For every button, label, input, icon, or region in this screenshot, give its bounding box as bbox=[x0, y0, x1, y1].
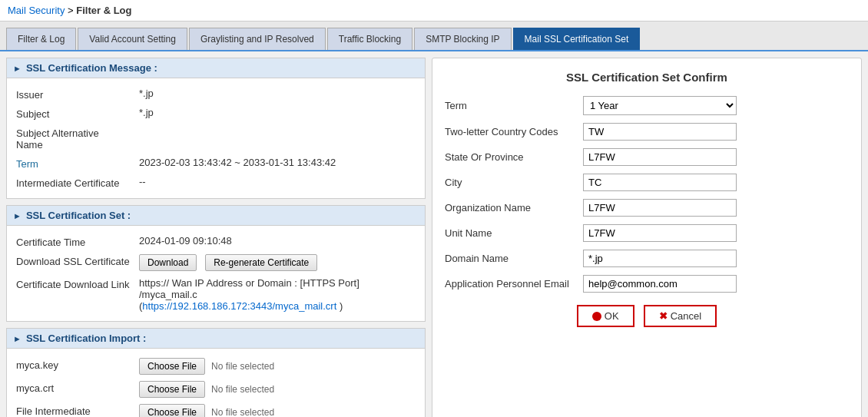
field-subject-label: Subject bbox=[16, 107, 139, 120]
field-cert-time: Certificate Time 2024-01-09 09:10:48 bbox=[16, 232, 416, 251]
ssl-import-section: ► SSL Certification Import : myca.key Ch… bbox=[6, 328, 426, 417]
ssl-message-title: SSL Certification Message : bbox=[26, 62, 157, 74]
field-myca-crt: myca.crt Choose File No file selected bbox=[16, 378, 416, 401]
choose-file-myca-key[interactable]: Choose File bbox=[139, 358, 205, 375]
tab-graylisting[interactable]: Graylisting and IP Resolved bbox=[189, 28, 326, 50]
field-subject: Subject *.jp bbox=[16, 104, 416, 123]
ssl-import-header: ► SSL Certification Import : bbox=[7, 329, 425, 349]
cancel-button[interactable]: ✖ Cancel bbox=[644, 305, 717, 327]
field-issuer: Issuer *.jp bbox=[16, 84, 416, 104]
field-cert-link-label: Certificate Download Link bbox=[16, 277, 139, 290]
choose-file-intermediate[interactable]: Choose File bbox=[139, 404, 205, 417]
field-term: Term 2023-02-03 13:43:42 ~ 2033-01-31 13… bbox=[16, 154, 416, 173]
confirm-state-row: State Or Province bbox=[445, 148, 849, 166]
field-myca-key: myca.key Choose File No file selected bbox=[16, 355, 416, 378]
myca-crt-input-row: Choose File No file selected bbox=[139, 381, 416, 398]
confirm-city-input[interactable] bbox=[583, 174, 737, 191]
cancel-icon: ✖ bbox=[659, 310, 668, 322]
field-myca-crt-label: myca.crt bbox=[16, 381, 139, 394]
field-subject-alt: Subject AlternativeName bbox=[16, 123, 416, 154]
confirm-country-row: Two-letter Country Codes bbox=[445, 123, 849, 141]
section-arrow-2: ► bbox=[13, 211, 22, 220]
field-myca-key-label: myca.key bbox=[16, 358, 139, 371]
ssl-import-body: myca.key Choose File No file selected my… bbox=[7, 349, 425, 417]
confirm-org-input[interactable] bbox=[583, 199, 737, 217]
confirm-state-label: State Or Province bbox=[445, 151, 583, 163]
field-intermediate-value: -- bbox=[139, 176, 416, 187]
myca-key-no-file: No file selected bbox=[211, 361, 274, 372]
confirm-domain-label: Domain Name bbox=[445, 253, 583, 264]
field-intermediate: Intermediate Certificate -- bbox=[16, 173, 416, 192]
field-download-ssl-value: Download Re-generate Certificate bbox=[139, 254, 416, 271]
field-download-ssl: Download SSL Certificate Download Re-gen… bbox=[16, 251, 416, 274]
confirm-domain-input[interactable] bbox=[583, 250, 737, 267]
confirm-org-label: Organization Name bbox=[445, 202, 583, 213]
field-download-ssl-label: Download SSL Certificate bbox=[16, 254, 139, 267]
tab-mail-ssl[interactable]: Mail SSL Certification Set bbox=[513, 28, 641, 50]
ssl-message-section: ► SSL Certification Message : Issuer *.j… bbox=[6, 58, 426, 199]
ssl-import-title: SSL Certification Import : bbox=[26, 333, 147, 344]
choose-file-myca-crt[interactable]: Choose File bbox=[139, 381, 205, 398]
regenerate-button[interactable]: Re-generate Certificate bbox=[205, 254, 317, 271]
confirm-term-row: Term 1 Year 2 Years 3 Years 5 Years bbox=[445, 96, 849, 115]
file-intermediate-no-file: No file selected bbox=[211, 407, 274, 417]
tab-filter-log[interactable]: Filter & Log bbox=[6, 28, 76, 50]
tab-smtp-blocking[interactable]: SMTP Blocking IP bbox=[414, 28, 511, 50]
field-file-intermediate-value: Choose File No file selected bbox=[139, 404, 416, 417]
field-issuer-label: Issuer bbox=[16, 88, 139, 101]
confirm-country-input[interactable] bbox=[583, 123, 737, 141]
tab-traffic-blocking[interactable]: Traffic Blocking bbox=[327, 28, 412, 50]
field-cert-link: Certificate Download Link https:// Wan I… bbox=[16, 274, 416, 315]
field-file-intermediate: File IntermediateCertificate (*.crt) Cho… bbox=[16, 401, 416, 417]
ssl-message-body: Issuer *.jp Subject *.jp Subject Alterna… bbox=[7, 78, 425, 198]
breadcrumb: Mail Security > Filter & Log bbox=[0, 0, 868, 22]
confirm-email-label: Application Personnel Email bbox=[445, 278, 583, 290]
file-intermediate-input-row: Choose File No file selected bbox=[139, 404, 416, 417]
field-myca-key-value: Choose File No file selected bbox=[139, 358, 416, 375]
confirm-country-label: Two-letter Country Codes bbox=[445, 126, 583, 137]
confirm-panel: SSL Certification Set Confirm Term 1 Yea… bbox=[432, 58, 862, 417]
section-arrow: ► bbox=[13, 64, 22, 73]
confirm-domain-row: Domain Name bbox=[445, 250, 849, 267]
ssl-set-body: Certificate Time 2024-01-09 09:10:48 Dow… bbox=[7, 226, 425, 321]
ssl-set-title: SSL Certification Set : bbox=[26, 210, 131, 221]
confirm-unit-input[interactable] bbox=[583, 224, 737, 242]
tab-bar: Filter & Log Valid Account Setting Grayl… bbox=[0, 22, 868, 51]
section-arrow-3: ► bbox=[13, 334, 22, 343]
confirm-state-input[interactable] bbox=[583, 148, 737, 166]
field-intermediate-label: Intermediate Certificate bbox=[16, 176, 139, 189]
cert-link-url[interactable]: https://192.168.186.172:3443/myca_mail.c… bbox=[142, 300, 336, 312]
confirm-org-row: Organization Name bbox=[445, 199, 849, 217]
breadcrumb-parent[interactable]: Mail Security bbox=[8, 5, 65, 16]
confirm-term-label: Term bbox=[445, 100, 583, 111]
ssl-set-section: ► SSL Certification Set : Certificate Ti… bbox=[6, 205, 426, 322]
confirm-city-label: City bbox=[445, 177, 583, 188]
ok-button[interactable]: OK bbox=[577, 305, 634, 327]
confirm-email-input[interactable] bbox=[583, 275, 737, 293]
left-panel: ► SSL Certification Message : Issuer *.j… bbox=[6, 58, 426, 417]
cert-link-text: https:// Wan IP Address or Domain : [HTT… bbox=[139, 277, 359, 300]
main-content: ► SSL Certification Message : Issuer *.j… bbox=[0, 51, 868, 417]
ssl-message-header: ► SSL Certification Message : bbox=[7, 58, 425, 78]
field-subject-alt-label: Subject AlternativeName bbox=[16, 126, 139, 151]
ok-icon bbox=[592, 312, 601, 321]
confirm-term-select[interactable]: 1 Year 2 Years 3 Years 5 Years bbox=[583, 96, 737, 115]
field-term-value: 2023-02-03 13:43:42 ~ 2033-01-31 13:43:4… bbox=[139, 157, 416, 168]
confirm-title: SSL Certification Set Confirm bbox=[445, 71, 849, 84]
confirm-email-row: Application Personnel Email bbox=[445, 275, 849, 293]
field-issuer-value: *.jp bbox=[139, 88, 416, 99]
cancel-label: Cancel bbox=[671, 310, 701, 322]
field-subject-value: *.jp bbox=[139, 107, 416, 118]
download-button[interactable]: Download bbox=[139, 254, 197, 271]
field-cert-time-value: 2024-01-09 09:10:48 bbox=[139, 235, 416, 247]
field-cert-time-label: Certificate Time bbox=[16, 235, 139, 248]
myca-crt-no-file: No file selected bbox=[211, 384, 274, 395]
breadcrumb-current: Filter & Log bbox=[76, 5, 131, 16]
breadcrumb-separator: > bbox=[68, 5, 76, 16]
field-file-intermediate-label: File IntermediateCertificate (*.crt) bbox=[16, 404, 139, 417]
confirm-unit-row: Unit Name bbox=[445, 224, 849, 242]
tab-valid-account[interactable]: Valid Account Setting bbox=[78, 28, 187, 50]
confirm-actions: OK ✖ Cancel bbox=[445, 305, 849, 327]
ssl-set-header: ► SSL Certification Set : bbox=[7, 206, 425, 226]
field-cert-link-value: https:// Wan IP Address or Domain : [HTT… bbox=[139, 277, 416, 312]
